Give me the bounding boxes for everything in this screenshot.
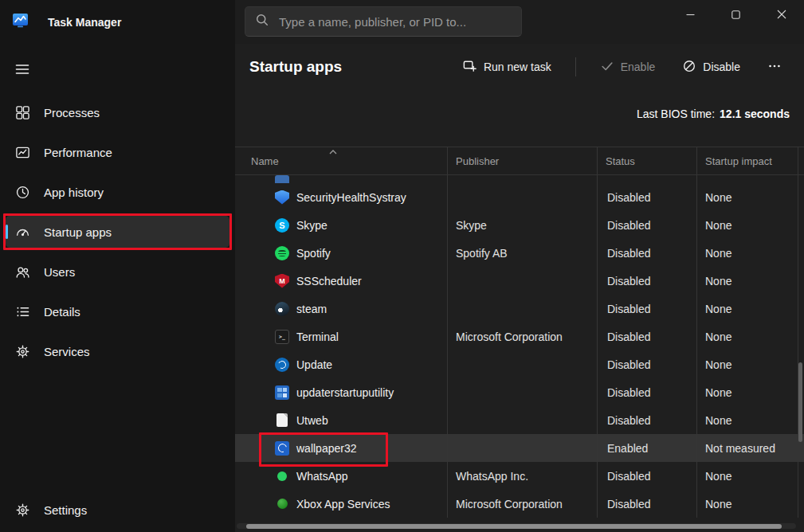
table-row-ssscheduler[interactable]: M SSScheduler Disabled None — [235, 267, 804, 295]
processes-icon — [14, 105, 31, 120]
impact-cell: None — [697, 323, 798, 350]
status-cell: Disabled — [598, 323, 697, 350]
document-icon — [276, 413, 288, 427]
column-header-impact[interactable]: Startup impact — [697, 147, 798, 174]
maximize-button[interactable] — [713, 0, 759, 29]
table-header: Name Publisher Status Startup impact — [235, 147, 804, 175]
table-row-wallpaper32[interactable]: wallpaper32 Enabled Not measured — [235, 434, 804, 462]
whatsapp-icon — [277, 471, 287, 481]
search-input[interactable] — [279, 15, 512, 29]
column-header-publisher[interactable]: Publisher — [448, 147, 598, 174]
name-cell: WhatsApp — [235, 462, 448, 490]
titlebar: Task Manager — [0, 0, 804, 44]
page-header: Startup apps Run new task Enable — [235, 44, 804, 90]
horizontal-scrollbar-thumb[interactable] — [246, 524, 782, 529]
sidebar-item-label: Services — [44, 345, 90, 358]
row-name: SSScheduler — [296, 275, 362, 288]
table-row-skype[interactable]: S Skype Skype Disabled None — [235, 211, 804, 239]
enable-label: Enable — [621, 61, 656, 73]
name-cell: Update — [235, 350, 448, 378]
table-row-whatsapp[interactable]: WhatsApp WhatsApp Inc. Disabled None — [235, 462, 804, 490]
table-row-steam[interactable]: steam Disabled None — [235, 295, 804, 323]
new-task-icon — [462, 58, 477, 76]
task-manager-window: Task Manager — [0, 0, 804, 532]
vertical-scrollbar[interactable] — [798, 175, 803, 526]
impact-cell: None — [697, 295, 798, 323]
name-cell: steam — [235, 295, 448, 323]
app-history-icon — [14, 185, 31, 200]
status-cell: Disabled — [598, 462, 697, 490]
impact-cell: None — [697, 406, 798, 434]
status-cell: Disabled — [598, 490, 697, 518]
column-label: Publisher — [456, 155, 499, 167]
updater-icon — [275, 385, 289, 400]
status-cell: Disabled — [598, 350, 697, 378]
publisher-cell — [448, 295, 598, 323]
enable-button[interactable]: Enable — [592, 53, 664, 81]
search-box[interactable] — [245, 6, 522, 37]
check-icon — [600, 59, 614, 76]
sidebar-item-performance[interactable]: Performance — [6, 136, 229, 168]
sidebar-item-details[interactable]: Details — [6, 295, 229, 327]
gear-icon — [14, 503, 31, 518]
app-title: Task Manager — [48, 16, 121, 29]
row-name: steam — [296, 303, 327, 315]
status-cell: Disabled — [598, 239, 697, 267]
row-name: Update — [296, 358, 332, 371]
row-name: Terminal — [296, 331, 339, 343]
publisher-cell — [448, 183, 598, 211]
run-new-task-button[interactable]: Run new task — [454, 53, 559, 81]
menu-button[interactable] — [5, 55, 40, 85]
sidebar-item-users[interactable]: Users — [6, 256, 229, 288]
sort-ascending-icon — [329, 150, 337, 155]
row-name: wallpaper32 — [296, 442, 357, 455]
table-row-spotify[interactable]: Spotify Spotify AB Disabled None — [235, 239, 804, 267]
sidebar-item-processes[interactable]: Processes — [6, 96, 229, 128]
table-row-update[interactable]: Update Disabled None — [235, 350, 804, 378]
shield-icon — [275, 190, 289, 205]
impact-cell: None — [697, 239, 798, 267]
column-label: Status — [606, 155, 635, 167]
sidebar-item-settings[interactable]: Settings — [6, 494, 229, 526]
page-title: Startup apps — [249, 58, 342, 76]
row-name: WhatsApp — [296, 470, 348, 483]
wallpaper-icon — [275, 441, 289, 456]
column-header-name[interactable]: Name — [235, 147, 448, 174]
table-row-updaterstartuputility[interactable]: updaterstartuputility Disabled None — [235, 378, 804, 406]
table-row-terminal[interactable]: >_ Terminal Microsoft Corporation Disabl… — [235, 323, 804, 350]
name-cell: SecurityHealthSystray — [235, 183, 448, 211]
publisher-cell — [448, 350, 598, 378]
row-name: Spotify — [296, 247, 331, 260]
publisher-cell: WhatsApp Inc. — [448, 462, 598, 490]
table-row-xbox-app-services[interactable]: Xbox App Services Microsoft Corporation … — [235, 490, 804, 518]
spotify-icon — [275, 246, 289, 260]
impact-cell: None — [697, 350, 798, 378]
column-header-status[interactable]: Status — [598, 147, 697, 174]
publisher-cell — [448, 378, 598, 406]
disable-button[interactable]: Disable — [674, 53, 748, 81]
column-label: Name — [251, 155, 279, 167]
vertical-scrollbar-thumb[interactable] — [798, 362, 802, 442]
sidebar-item-startup-apps[interactable]: Startup apps — [6, 216, 229, 248]
ellipsis-icon — [767, 59, 782, 76]
close-button[interactable] — [759, 0, 804, 29]
horizontal-scrollbar[interactable] — [237, 523, 796, 529]
startup-apps-icon — [14, 225, 31, 240]
table-row-utweb[interactable]: Utweb Disabled None — [235, 406, 804, 434]
main-panel: Startup apps Run new task Enable — [235, 44, 804, 532]
toolbar-separator — [575, 57, 576, 76]
sidebar-item-label: Details — [44, 305, 80, 319]
sidebar-item-services[interactable]: Services — [6, 335, 229, 367]
status-cell: Disabled — [598, 211, 697, 239]
task-manager-logo — [12, 12, 29, 32]
row-name: updaterstartuputility — [296, 386, 394, 399]
status-cell: Disabled — [598, 406, 697, 434]
sidebar-item-app-history[interactable]: App history — [6, 176, 229, 208]
minimize-button[interactable] — [668, 0, 713, 29]
table-row-securityhealthsystray[interactable]: SecurityHealthSystray Disabled None — [235, 183, 804, 211]
table-row-partial[interactable] — [235, 175, 804, 183]
search-icon — [255, 13, 269, 30]
more-options-button[interactable] — [759, 53, 790, 81]
sidebar-item-label: App history — [44, 186, 104, 199]
publisher-cell — [448, 175, 598, 183]
